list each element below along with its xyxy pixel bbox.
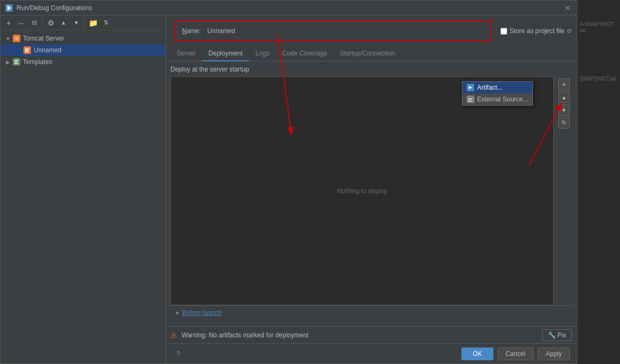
templates-label: Templates	[23, 58, 52, 66]
help-button[interactable]: ?	[172, 348, 184, 360]
warning-text: Warning: No artifacts marked for deploym…	[182, 331, 538, 339]
leaf-spacer: ▶	[15, 47, 22, 53]
edit-deployment-button[interactable]: ✎	[558, 117, 570, 129]
unnamed-label: Unnamed	[34, 46, 61, 54]
copy-config-button[interactable]: ⊟	[28, 17, 40, 29]
before-launch-label: Before launch	[182, 309, 222, 316]
svg-rect-16	[468, 100, 472, 100]
deploy-side-buttons: + ▲ ▼ ✎	[556, 76, 572, 305]
apply-button[interactable]: Apply	[538, 347, 570, 360]
separator	[42, 19, 43, 27]
tab-deployment[interactable]: Deployment	[202, 46, 249, 61]
dialog-title: Run/Debug Configurations	[17, 4, 563, 12]
move-up-deployment-button[interactable]: ▲	[558, 91, 570, 103]
svg-rect-5	[25, 49, 29, 50]
tree-item-templates[interactable]: ▶ Templates	[1, 56, 166, 68]
external-source-icon	[467, 96, 474, 103]
before-launch-section: ▼ Before launch	[170, 305, 572, 322]
folder-button[interactable]: 📁	[87, 17, 99, 29]
tree-item-tomcat-server[interactable]: ▼ Tomcat Server	[1, 33, 166, 44]
before-launch-header[interactable]: ▼ Before launch	[175, 309, 568, 316]
separator2	[84, 19, 85, 27]
deployment-list: Nothing to deploy	[170, 76, 554, 305]
sidebar: + — ⊟ ⚙ ▲ ▼ 📁 ⇅ ▼	[1, 15, 166, 363]
warning-bar: ⚠ Warning: No artifacts marked for deplo…	[166, 326, 576, 343]
cancel-button[interactable]: Cancel	[498, 347, 533, 360]
settings-button[interactable]: ⚙	[45, 17, 57, 29]
dialog-icon	[5, 4, 13, 12]
tab-startup-connection[interactable]: Startup/Connection	[333, 46, 401, 61]
sort-button[interactable]: ⇅	[100, 17, 112, 29]
remove-config-button[interactable]: —	[15, 17, 27, 29]
deploy-list-row: Nothing to deploy	[170, 76, 572, 305]
svg-rect-17	[468, 101, 472, 101]
artifact-label: Artifact...	[477, 84, 503, 91]
svg-rect-7	[25, 51, 29, 52]
tab-code-coverage[interactable]: Code Coverage	[276, 46, 333, 61]
svg-rect-15	[468, 98, 473, 99]
add-deployment-button[interactable]: +	[558, 78, 570, 90]
tabs-bar: Server Deployment Logs Code Coverage Sta…	[166, 46, 576, 61]
title-bar: Run/Debug Configurations ✕	[1, 1, 576, 15]
ok-button[interactable]: OK	[461, 347, 493, 360]
tree-item-unnamed[interactable]: ▶ Unnamed	[1, 44, 166, 56]
bottom-button-bar: ? OK Cancel Apply	[166, 343, 576, 363]
right-panel-text1: 0-SNAPSHOT.po	[578, 0, 620, 54]
tomcat-server-label: Tomcat Server	[23, 35, 64, 42]
content-area: Name: Store as project file ⚙ Server Dep…	[166, 15, 576, 363]
sidebar-toolbar: + — ⊟ ⚙ ▲ ▼ 📁 ⇅	[1, 15, 166, 30]
store-project-file-label: Store as project file	[509, 27, 564, 35]
name-bar: Name:	[175, 21, 492, 41]
main-content: Deploy at the server startup Nothing to …	[166, 61, 576, 326]
warning-icon: ⚠	[170, 331, 177, 339]
store-project-file-checkbox[interactable]	[500, 28, 507, 35]
name-input[interactable]	[205, 26, 484, 36]
move-up-button[interactable]: ▲	[58, 17, 69, 29]
move-down-button[interactable]: ▼	[70, 17, 82, 29]
config-tree: ▼ Tomcat Server ▶	[1, 30, 166, 363]
fix-button[interactable]: 🔧 Fix	[542, 329, 572, 341]
artifact-icon	[467, 84, 474, 91]
collapse-arrow-icon: ▼	[175, 310, 180, 316]
templates-icon	[12, 58, 21, 66]
store-project-file-row: Store as project file ⚙	[500, 27, 572, 35]
dropdown-item-artifact[interactable]: Artifact...	[462, 82, 532, 93]
move-down-deployment-button[interactable]: ▼	[558, 104, 570, 116]
empty-deploy-message: Nothing to deploy	[337, 187, 387, 195]
add-dropdown-popup: Artifact...	[462, 81, 533, 106]
svg-point-3	[14, 36, 19, 41]
tab-logs[interactable]: Logs	[249, 46, 276, 61]
name-label: Name:	[182, 27, 201, 35]
expand-arrow-tomcat[interactable]: ▼	[5, 35, 11, 42]
project-file-gear-icon[interactable]: ⚙	[567, 28, 572, 35]
expand-arrow-templates[interactable]: ▶	[5, 59, 11, 65]
tab-server[interactable]: Server	[170, 46, 202, 61]
deploy-label: Deploy at the server startup	[170, 66, 572, 73]
external-source-label: External Source...	[477, 96, 528, 103]
right-panel-text2: SNAPSHOT.po	[578, 54, 620, 103]
dropdown-item-external-source[interactable]: External Source...	[462, 93, 532, 105]
unnamed-config-icon	[23, 46, 32, 54]
right-panel: 0-SNAPSHOT.po SNAPSHOT.po	[577, 0, 620, 364]
tomcat-group-icon	[12, 34, 21, 43]
svg-rect-6	[25, 50, 28, 51]
close-button[interactable]: ✕	[563, 4, 572, 12]
deployment-area: Deploy at the server startup Nothing to …	[166, 61, 576, 326]
add-config-button[interactable]: +	[3, 17, 14, 29]
